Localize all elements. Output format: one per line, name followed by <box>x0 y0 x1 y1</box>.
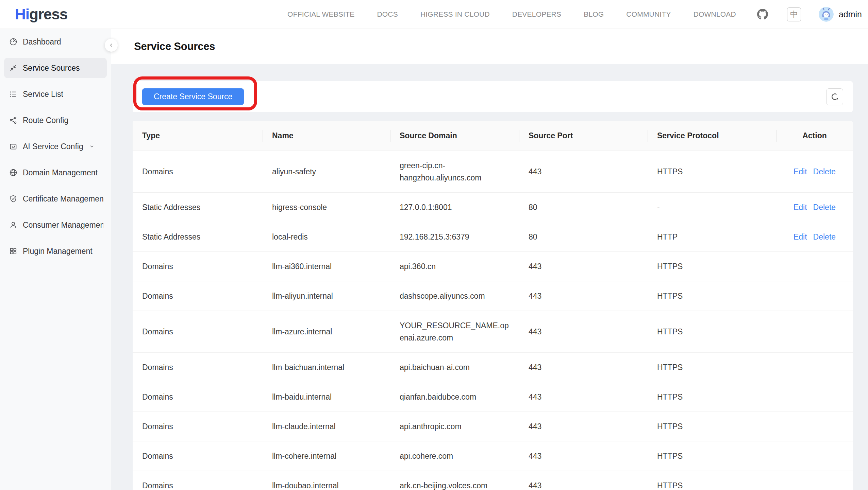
cell-protocol: HTTPS <box>648 252 777 281</box>
cell-port: 443 <box>519 382 648 412</box>
cell-type: Static Addresses <box>133 193 263 222</box>
cell-domain: qianfan.baidubce.com <box>390 382 519 412</box>
sidebar-item-route-config[interactable]: Route Config <box>4 110 107 130</box>
edit-link[interactable]: Edit <box>794 201 807 213</box>
cell-type: Static Addresses <box>133 222 263 251</box>
table-row: Domainsllm-cohere.internalapi.cohere.com… <box>133 441 853 471</box>
cell-port: 80 <box>519 222 648 251</box>
column-header-action: Action <box>777 121 853 151</box>
sidebar: DashboardService SourcesService ListRout… <box>0 29 111 490</box>
cell-protocol: HTTPS <box>648 412 777 441</box>
cell-type: Domains <box>133 281 263 311</box>
nav-link-developers[interactable]: DEVELOPERS <box>512 10 561 18</box>
brand-logo[interactable]: Higress <box>15 6 67 23</box>
nav-link-docs[interactable]: DOCS <box>377 10 398 18</box>
create-service-source-button[interactable]: Create Service Source <box>142 88 244 105</box>
cell-domain: green-cip.cn-hangzhou.aliyuncs.com <box>390 151 519 192</box>
table-row: Domainsllm-baidu.internalqianfan.baidubc… <box>133 382 853 412</box>
cell-name: llm-baidu.internal <box>263 382 390 412</box>
sidebar-item-service-sources[interactable]: Service Sources <box>4 58 107 78</box>
brand-logo-rest: gress <box>29 6 67 22</box>
sidebar-item-ai-service-config[interactable]: AI Service Config <box>4 136 107 157</box>
cell-port: 80 <box>519 193 648 222</box>
sidebar-item-label: Certificate Management <box>23 194 103 204</box>
nav-link-blog[interactable]: BLOG <box>584 10 604 18</box>
delete-link[interactable]: Delete <box>813 201 836 213</box>
cell-domain: api.anthropic.com <box>390 412 519 441</box>
sidebar-item-dashboard[interactable]: Dashboard <box>4 32 107 52</box>
top-navigation: Higress OFFICIAL WEBSITEDOCSHIGRESS IN C… <box>0 0 868 29</box>
avatar[interactable] <box>819 7 834 22</box>
sidebar-item-plugin-management[interactable]: Plugin Management <box>4 241 107 261</box>
edit-link[interactable]: Edit <box>794 165 807 178</box>
column-header-source-port: Source Port <box>519 121 648 151</box>
cell-name: llm-claude.internal <box>263 412 390 441</box>
sidebar-item-label: Domain Management <box>23 168 98 177</box>
cell-domain: api.cohere.com <box>390 441 519 471</box>
cell-protocol: HTTPS <box>648 281 777 311</box>
cell-port: 443 <box>519 281 648 311</box>
table-row: Static Addresseshigress-console127.0.0.1… <box>133 193 853 222</box>
grid-icon <box>9 247 18 256</box>
sidebar-item-domain-management[interactable]: Domain Management <box>4 162 107 183</box>
cell-type: Domains <box>133 441 263 471</box>
cell-action <box>777 388 853 405</box>
table-row: Domainsllm-doubao.internalark.cn-beijing… <box>133 471 853 490</box>
github-icon[interactable] <box>757 9 768 20</box>
cell-domain: dashscope.aliyuncs.com <box>390 281 519 311</box>
language-badge: 中 <box>790 9 798 20</box>
cell-action <box>777 418 853 435</box>
sidebar-item-label: Route Config <box>23 116 68 125</box>
route-icon <box>9 116 18 125</box>
column-header-type: Type <box>133 121 263 151</box>
shrink-icon <box>9 64 18 72</box>
cell-action <box>777 359 853 376</box>
cell-name: llm-cohere.internal <box>263 441 390 471</box>
sidebar-item-label: Consumer Management <box>23 221 103 230</box>
collapse-sidebar-button[interactable] <box>105 39 118 52</box>
cell-protocol: HTTPS <box>648 353 777 382</box>
nav-link-download[interactable]: DOWNLOAD <box>694 10 736 18</box>
list-icon <box>9 90 18 99</box>
delete-link[interactable]: Delete <box>813 231 836 243</box>
cell-protocol: HTTPS <box>648 471 777 490</box>
cell-domain: 192.168.215.3:6379 <box>390 222 519 251</box>
nav-links: OFFICIAL WEBSITEDOCSHIGRESS IN CLOUDDEVE… <box>287 10 736 18</box>
column-header-source-domain: Source Domain <box>390 121 519 151</box>
username: admin <box>839 10 862 19</box>
main-content: Service Sources Create Service Source Ty… <box>111 29 868 490</box>
cell-protocol: HTTPS <box>648 382 777 412</box>
cell-domain: YOUR_RESOURCE_NAME.openai.azure.com <box>390 311 519 352</box>
nav-link-community[interactable]: COMMUNITY <box>626 10 671 18</box>
cell-name: higress-console <box>263 193 390 222</box>
cell-action: EditDelete <box>777 222 853 251</box>
language-toggle[interactable]: 中 <box>787 7 801 21</box>
cell-protocol: - <box>648 193 777 222</box>
table-row: Static Addresseslocal-redis192.168.215.3… <box>133 222 853 252</box>
cell-port: 443 <box>519 317 648 346</box>
cell-name: llm-ai360.internal <box>263 252 390 281</box>
table-row: Domainsllm-baichuan.internalapi.baichuan… <box>133 353 853 382</box>
cell-name: llm-doubao.internal <box>263 471 390 490</box>
cell-type: Domains <box>133 157 263 186</box>
table-row: Domainsllm-azure.internalYOUR_RESOURCE_N… <box>133 311 853 353</box>
sidebar-item-service-list[interactable]: Service List <box>4 84 107 104</box>
nav-link-official-website[interactable]: OFFICIAL WEBSITE <box>287 10 354 18</box>
content-area: Create Service Source TypeNameSource Dom… <box>111 64 868 490</box>
sidebar-item-certificate-management[interactable]: Certificate Management <box>4 189 107 209</box>
table-row: Domainsaliyun-safetygreen-cip.cn-hangzho… <box>133 151 853 193</box>
cell-domain: api.baichuan-ai.com <box>390 353 519 382</box>
refresh-button[interactable] <box>826 88 843 105</box>
dashboard-icon <box>9 37 18 46</box>
cell-port: 443 <box>519 252 648 281</box>
sidebar-item-consumer-management[interactable]: Consumer Management <box>4 215 107 235</box>
delete-link[interactable]: Delete <box>813 165 836 178</box>
edit-link[interactable]: Edit <box>794 231 807 243</box>
cell-domain: 127.0.0.1:8001 <box>390 193 519 222</box>
globe-icon <box>9 168 18 177</box>
cell-port: 443 <box>519 412 648 441</box>
cell-protocol: HTTPS <box>648 441 777 471</box>
cell-type: Domains <box>133 353 263 382</box>
nav-link-higress-in-cloud[interactable]: HIGRESS IN CLOUD <box>420 10 490 18</box>
column-header-service-protocol: Service Protocol <box>648 121 777 151</box>
